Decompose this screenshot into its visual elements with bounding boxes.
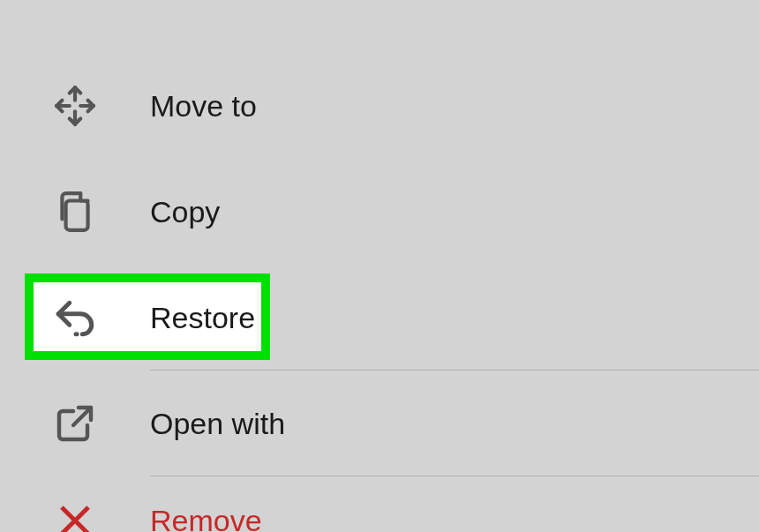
copy-icon [0,189,150,235]
menu-item-label: Move to [150,89,257,124]
menu-item-restore[interactable]: Restore [0,265,759,371]
restore-icon [0,298,150,337]
open-with-icon [0,402,150,445]
menu-item-copy[interactable]: Copy [0,159,759,265]
menu-item-label: Open with [150,407,285,441]
remove-icon [0,503,150,532]
menu-item-label: Restore [150,301,255,335]
menu-item-remove[interactable]: Remove [0,485,759,532]
divider [150,476,759,476]
move-icon [0,84,150,128]
menu-item-move-to[interactable]: Move to [0,53,759,159]
menu-item-open-with[interactable]: Open with [0,371,759,476]
menu-item-label: Copy [150,195,220,229]
svg-line-4 [73,408,91,425]
context-menu: Move to Copy Restore [0,0,759,532]
menu-item-label: Remove [150,504,262,533]
